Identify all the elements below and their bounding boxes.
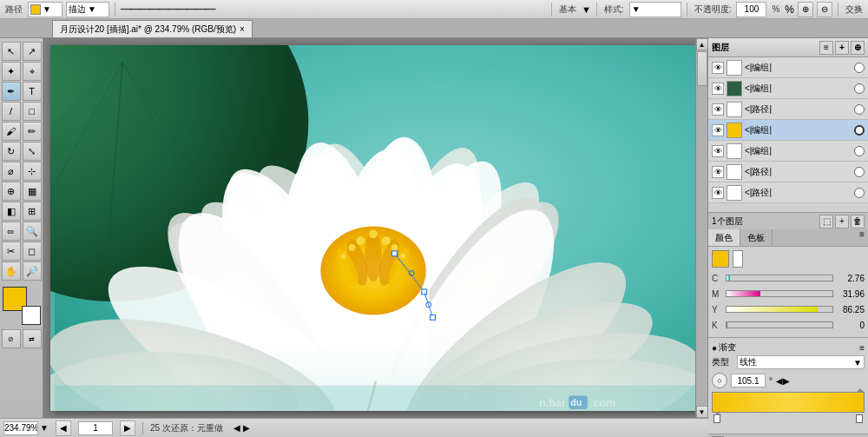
gradient-type-dropdown[interactable]: 线性 ▼ [737, 355, 865, 369]
anchor-dropdown[interactable]: ▼ [28, 2, 62, 17]
opacity-input[interactable] [736, 2, 766, 17]
magic-wand-tool[interactable]: ✦ [2, 62, 21, 81]
page-input[interactable]: 1 [78, 421, 113, 435]
fill-none-btn[interactable]: ⊘ [2, 329, 21, 348]
paintbrush-tool[interactable]: 🖌 [2, 122, 21, 141]
layer-eye-icon[interactable]: 👁 [712, 83, 724, 95]
free-transform-tool[interactable]: ⊹ [23, 162, 42, 181]
line-tool[interactable]: / [2, 102, 21, 121]
mesh-tool[interactable]: ⊞ [23, 202, 42, 221]
layers-title: 图层 [712, 42, 729, 54]
layers-menu-btn[interactable]: ≡ [819, 41, 833, 55]
background-color[interactable] [22, 306, 41, 325]
layer-item[interactable]: 👁 <|编组| [708, 57, 868, 78]
gradient-angle-row: ○ 105.1 ° ◀▶ [712, 373, 865, 388]
scroll-down-btn[interactable]: ▼ [696, 406, 708, 418]
gradient-stop-right[interactable] [856, 414, 863, 423]
color-tab[interactable]: 颜色 [708, 229, 740, 246]
layer-eye-icon[interactable]: 👁 [712, 62, 724, 74]
direct-select-tool[interactable]: ↗ [23, 42, 42, 61]
zoom-tool[interactable]: 🔎 [23, 262, 42, 281]
magenta-slider[interactable] [726, 290, 833, 297]
angle-arrows[interactable]: ◀▶ [776, 376, 790, 386]
layer-item[interactable]: 👁 <|路径| [708, 162, 868, 182]
layer-item[interactable]: 👁 <|编组| [708, 78, 868, 99]
new-layer-btn[interactable]: + [835, 215, 849, 228]
symbol-tool[interactable]: ⊕ [2, 182, 21, 201]
gradient-tool[interactable]: ◧ [2, 202, 21, 221]
select-tool[interactable]: ↖ [2, 42, 21, 61]
zoom-dropdown[interactable]: ▼ [40, 423, 49, 433]
column-tool[interactable]: ▦ [23, 182, 42, 201]
layer-item[interactable]: 👁 <|路径| [708, 182, 868, 203]
color-panel-menu[interactable]: ≡ [859, 229, 868, 246]
style-dropdown[interactable]: ▼ [629, 2, 681, 17]
layer-target-circle[interactable] [854, 146, 865, 156]
layer-target-circle[interactable] [854, 188, 865, 198]
layer-name: <|路径| [745, 187, 852, 199]
svg-point-46 [341, 254, 346, 259]
layer-eye-icon[interactable]: 👁 [712, 187, 724, 199]
bottom-options: ⊕ ▣ ◈ ☰ 叠印品 五 ⑤ [708, 434, 868, 437]
make-layer-btn[interactable]: ⬚ [819, 215, 833, 228]
document-tab[interactable]: 月历设计20 [插描].ai* @ 234.79% (RGB/预览) × [52, 20, 253, 37]
blend-tool[interactable]: ∞ [2, 222, 21, 241]
layers-del-btn[interactable]: ⊕ [851, 41, 865, 55]
scissors-tool[interactable]: ✂ [2, 242, 21, 261]
gradient-color-bar[interactable] [712, 392, 865, 413]
gradient-stop-left[interactable] [713, 414, 720, 423]
btn-2[interactable]: ⊖ [817, 2, 832, 17]
layer-name: <|编组| [745, 145, 852, 157]
layer-eye-icon[interactable]: 👁 [712, 145, 724, 157]
layer-target-circle[interactable] [854, 63, 865, 73]
zoom-input[interactable]: 234.79% [3, 421, 38, 435]
cyan-slider[interactable] [726, 275, 833, 281]
del-layer-btn[interactable]: 🗑 [851, 215, 865, 228]
svg-rect-52 [431, 315, 436, 320]
layer-target-circle[interactable] [854, 104, 865, 115]
black-slider[interactable] [726, 321, 833, 328]
tab-close-icon[interactable]: × [240, 24, 245, 34]
layer-count-label: 1个图层 [712, 215, 743, 228]
tool-mode-dropdown[interactable]: 描边▼ [66, 2, 109, 17]
pen-tool[interactable]: ✒ [2, 82, 21, 101]
black-slider-row: K 0 [712, 318, 865, 332]
gradient-panel-menu[interactable]: ≡ [859, 343, 865, 353]
eraser-tool[interactable]: ◻ [23, 242, 42, 261]
layer-eye-icon[interactable]: 👁 [712, 166, 724, 178]
layer-eye-icon[interactable]: 👁 [712, 103, 724, 116]
rect-tool[interactable]: □ [23, 102, 42, 121]
swatches-tab[interactable]: 色板 [740, 229, 773, 246]
prev-page-btn[interactable]: ◀ [56, 420, 71, 436]
color-none-swatch[interactable] [733, 250, 743, 268]
type-tool[interactable]: T [23, 82, 42, 101]
hand-tool[interactable]: ✋ [2, 262, 21, 281]
zoom-control: 234.79% ▼ [3, 421, 49, 435]
cyan-slider-row: C 2.76 [712, 271, 865, 285]
scroll-up-btn[interactable]: ▲ [696, 38, 708, 50]
warp-tool[interactable]: ⌀ [2, 162, 21, 181]
layer-item[interactable]: 👁 <|编组| [708, 141, 868, 162]
scroll-thumb[interactable] [697, 51, 707, 86]
swap-colors-btn[interactable]: ⇄ [23, 329, 42, 348]
color-preview-swatch[interactable] [712, 250, 729, 268]
yellow-slider[interactable] [726, 306, 833, 313]
layer-thumb [727, 143, 742, 159]
lasso-tool[interactable]: ⌖ [23, 62, 42, 81]
btn-1[interactable]: ⊕ [798, 2, 813, 17]
next-page-btn[interactable]: ▶ [120, 420, 135, 436]
layer-target-circle[interactable] [854, 167, 865, 177]
svg-point-41 [356, 236, 365, 245]
layer-target-circle[interactable] [854, 125, 865, 136]
eyedropper-tool[interactable]: 🔍 [23, 222, 42, 241]
layer-target-circle[interactable] [854, 83, 865, 94]
layers-new-btn[interactable]: + [835, 41, 849, 55]
layer-item-selected[interactable]: 👁 <|编组| [708, 120, 868, 141]
pencil-tool[interactable]: ✏ [23, 122, 42, 141]
gradient-angle-input[interactable]: 105.1 [731, 374, 766, 387]
layer-item[interactable]: 👁 <|路径| [708, 99, 868, 120]
layer-eye-icon[interactable]: 👁 [712, 124, 724, 136]
scale-tool[interactable]: ⤡ [23, 142, 42, 161]
rotate-tool[interactable]: ↻ [2, 142, 21, 161]
left-toolbar: ↖ ↗ ✦ ⌖ ✒ T / □ 🖌 ✏ ↻ ⤡ ⌀ ⊹ ⊕ ▦ [0, 38, 43, 418]
